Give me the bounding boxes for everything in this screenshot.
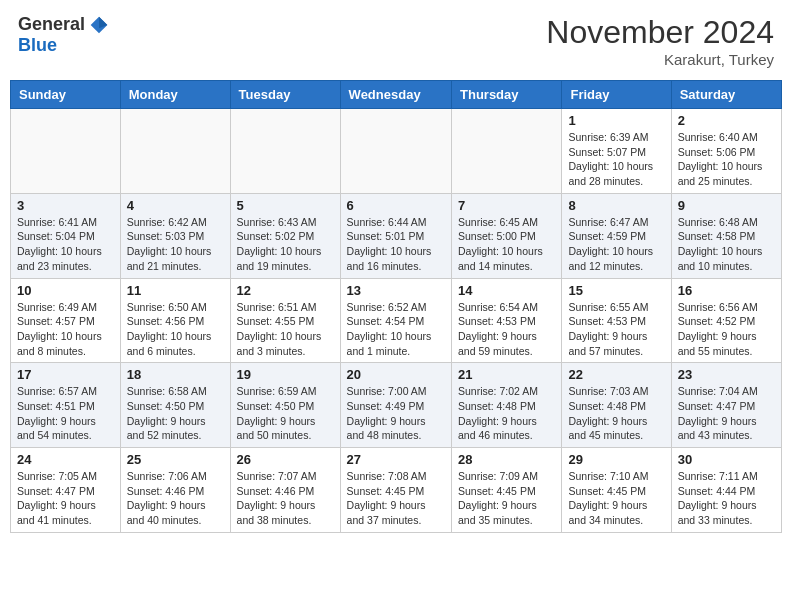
day-info: Sunrise: 7:11 AMSunset: 4:44 PMDaylight:… bbox=[678, 469, 775, 528]
day-header-monday: Monday bbox=[120, 81, 230, 109]
day-number: 1 bbox=[568, 113, 664, 128]
calendar-day-15: 15Sunrise: 6:55 AMSunset: 4:53 PMDayligh… bbox=[562, 278, 671, 363]
day-info: Sunrise: 6:48 AMSunset: 4:58 PMDaylight:… bbox=[678, 215, 775, 274]
day-number: 24 bbox=[17, 452, 114, 467]
empty-day bbox=[340, 109, 451, 194]
day-header-friday: Friday bbox=[562, 81, 671, 109]
day-number: 16 bbox=[678, 283, 775, 298]
day-number: 26 bbox=[237, 452, 334, 467]
day-info: Sunrise: 7:09 AMSunset: 4:45 PMDaylight:… bbox=[458, 469, 555, 528]
empty-day bbox=[120, 109, 230, 194]
day-number: 2 bbox=[678, 113, 775, 128]
logo-general-text: General bbox=[18, 14, 85, 35]
day-info: Sunrise: 7:10 AMSunset: 4:45 PMDaylight:… bbox=[568, 469, 664, 528]
calendar-day-6: 6Sunrise: 6:44 AMSunset: 5:01 PMDaylight… bbox=[340, 193, 451, 278]
day-info: Sunrise: 7:04 AMSunset: 4:47 PMDaylight:… bbox=[678, 384, 775, 443]
day-number: 27 bbox=[347, 452, 445, 467]
day-info: Sunrise: 6:40 AMSunset: 5:06 PMDaylight:… bbox=[678, 130, 775, 189]
calendar-day-10: 10Sunrise: 6:49 AMSunset: 4:57 PMDayligh… bbox=[11, 278, 121, 363]
day-info: Sunrise: 7:08 AMSunset: 4:45 PMDaylight:… bbox=[347, 469, 445, 528]
day-header-wednesday: Wednesday bbox=[340, 81, 451, 109]
calendar-day-17: 17Sunrise: 6:57 AMSunset: 4:51 PMDayligh… bbox=[11, 363, 121, 448]
day-info: Sunrise: 7:07 AMSunset: 4:46 PMDaylight:… bbox=[237, 469, 334, 528]
day-info: Sunrise: 6:45 AMSunset: 5:00 PMDaylight:… bbox=[458, 215, 555, 274]
calendar-day-28: 28Sunrise: 7:09 AMSunset: 4:45 PMDayligh… bbox=[452, 448, 562, 533]
day-info: Sunrise: 6:59 AMSunset: 4:50 PMDaylight:… bbox=[237, 384, 334, 443]
calendar-day-27: 27Sunrise: 7:08 AMSunset: 4:45 PMDayligh… bbox=[340, 448, 451, 533]
day-number: 18 bbox=[127, 367, 224, 382]
day-header-sunday: Sunday bbox=[11, 81, 121, 109]
calendar-day-11: 11Sunrise: 6:50 AMSunset: 4:56 PMDayligh… bbox=[120, 278, 230, 363]
calendar-day-2: 2Sunrise: 6:40 AMSunset: 5:06 PMDaylight… bbox=[671, 109, 781, 194]
day-info: Sunrise: 6:42 AMSunset: 5:03 PMDaylight:… bbox=[127, 215, 224, 274]
calendar-week-row: 3Sunrise: 6:41 AMSunset: 5:04 PMDaylight… bbox=[11, 193, 782, 278]
day-number: 11 bbox=[127, 283, 224, 298]
calendar-week-row: 24Sunrise: 7:05 AMSunset: 4:47 PMDayligh… bbox=[11, 448, 782, 533]
day-number: 15 bbox=[568, 283, 664, 298]
day-number: 5 bbox=[237, 198, 334, 213]
day-number: 10 bbox=[17, 283, 114, 298]
calendar-day-29: 29Sunrise: 7:10 AMSunset: 4:45 PMDayligh… bbox=[562, 448, 671, 533]
calendar-day-21: 21Sunrise: 7:02 AMSunset: 4:48 PMDayligh… bbox=[452, 363, 562, 448]
calendar-day-14: 14Sunrise: 6:54 AMSunset: 4:53 PMDayligh… bbox=[452, 278, 562, 363]
day-number: 14 bbox=[458, 283, 555, 298]
day-header-tuesday: Tuesday bbox=[230, 81, 340, 109]
page-header: General Blue November 2024 Karakurt, Tur… bbox=[10, 10, 782, 72]
day-info: Sunrise: 7:06 AMSunset: 4:46 PMDaylight:… bbox=[127, 469, 224, 528]
day-number: 4 bbox=[127, 198, 224, 213]
day-info: Sunrise: 6:44 AMSunset: 5:01 PMDaylight:… bbox=[347, 215, 445, 274]
day-info: Sunrise: 6:39 AMSunset: 5:07 PMDaylight:… bbox=[568, 130, 664, 189]
day-info: Sunrise: 6:58 AMSunset: 4:50 PMDaylight:… bbox=[127, 384, 224, 443]
day-number: 22 bbox=[568, 367, 664, 382]
location: Karakurt, Turkey bbox=[546, 51, 774, 68]
calendar-day-18: 18Sunrise: 6:58 AMSunset: 4:50 PMDayligh… bbox=[120, 363, 230, 448]
day-info: Sunrise: 6:57 AMSunset: 4:51 PMDaylight:… bbox=[17, 384, 114, 443]
month-title: November 2024 bbox=[546, 14, 774, 51]
day-info: Sunrise: 7:02 AMSunset: 4:48 PMDaylight:… bbox=[458, 384, 555, 443]
day-info: Sunrise: 6:55 AMSunset: 4:53 PMDaylight:… bbox=[568, 300, 664, 359]
day-info: Sunrise: 6:47 AMSunset: 4:59 PMDaylight:… bbox=[568, 215, 664, 274]
day-number: 25 bbox=[127, 452, 224, 467]
day-header-thursday: Thursday bbox=[452, 81, 562, 109]
day-info: Sunrise: 6:54 AMSunset: 4:53 PMDaylight:… bbox=[458, 300, 555, 359]
day-info: Sunrise: 6:43 AMSunset: 5:02 PMDaylight:… bbox=[237, 215, 334, 274]
calendar-day-22: 22Sunrise: 7:03 AMSunset: 4:48 PMDayligh… bbox=[562, 363, 671, 448]
day-number: 30 bbox=[678, 452, 775, 467]
day-info: Sunrise: 6:50 AMSunset: 4:56 PMDaylight:… bbox=[127, 300, 224, 359]
day-info: Sunrise: 6:52 AMSunset: 4:54 PMDaylight:… bbox=[347, 300, 445, 359]
calendar-day-16: 16Sunrise: 6:56 AMSunset: 4:52 PMDayligh… bbox=[671, 278, 781, 363]
calendar-day-26: 26Sunrise: 7:07 AMSunset: 4:46 PMDayligh… bbox=[230, 448, 340, 533]
calendar-day-7: 7Sunrise: 6:45 AMSunset: 5:00 PMDaylight… bbox=[452, 193, 562, 278]
empty-day bbox=[452, 109, 562, 194]
empty-day bbox=[230, 109, 340, 194]
calendar-week-row: 17Sunrise: 6:57 AMSunset: 4:51 PMDayligh… bbox=[11, 363, 782, 448]
day-number: 3 bbox=[17, 198, 114, 213]
day-number: 7 bbox=[458, 198, 555, 213]
day-info: Sunrise: 7:05 AMSunset: 4:47 PMDaylight:… bbox=[17, 469, 114, 528]
logo-icon bbox=[89, 15, 109, 35]
calendar-header-row: SundayMondayTuesdayWednesdayThursdayFrid… bbox=[11, 81, 782, 109]
day-number: 12 bbox=[237, 283, 334, 298]
day-number: 9 bbox=[678, 198, 775, 213]
calendar-table: SundayMondayTuesdayWednesdayThursdayFrid… bbox=[10, 80, 782, 533]
calendar-day-1: 1Sunrise: 6:39 AMSunset: 5:07 PMDaylight… bbox=[562, 109, 671, 194]
calendar-day-30: 30Sunrise: 7:11 AMSunset: 4:44 PMDayligh… bbox=[671, 448, 781, 533]
day-number: 23 bbox=[678, 367, 775, 382]
day-info: Sunrise: 6:49 AMSunset: 4:57 PMDaylight:… bbox=[17, 300, 114, 359]
calendar-day-12: 12Sunrise: 6:51 AMSunset: 4:55 PMDayligh… bbox=[230, 278, 340, 363]
calendar-week-row: 10Sunrise: 6:49 AMSunset: 4:57 PMDayligh… bbox=[11, 278, 782, 363]
day-number: 13 bbox=[347, 283, 445, 298]
day-info: Sunrise: 6:51 AMSunset: 4:55 PMDaylight:… bbox=[237, 300, 334, 359]
calendar-week-row: 1Sunrise: 6:39 AMSunset: 5:07 PMDaylight… bbox=[11, 109, 782, 194]
calendar-day-3: 3Sunrise: 6:41 AMSunset: 5:04 PMDaylight… bbox=[11, 193, 121, 278]
logo-blue-text: Blue bbox=[18, 35, 57, 56]
calendar-day-19: 19Sunrise: 6:59 AMSunset: 4:50 PMDayligh… bbox=[230, 363, 340, 448]
day-info: Sunrise: 7:03 AMSunset: 4:48 PMDaylight:… bbox=[568, 384, 664, 443]
calendar-day-9: 9Sunrise: 6:48 AMSunset: 4:58 PMDaylight… bbox=[671, 193, 781, 278]
day-number: 6 bbox=[347, 198, 445, 213]
calendar-day-8: 8Sunrise: 6:47 AMSunset: 4:59 PMDaylight… bbox=[562, 193, 671, 278]
calendar-day-23: 23Sunrise: 7:04 AMSunset: 4:47 PMDayligh… bbox=[671, 363, 781, 448]
calendar-day-25: 25Sunrise: 7:06 AMSunset: 4:46 PMDayligh… bbox=[120, 448, 230, 533]
day-header-saturday: Saturday bbox=[671, 81, 781, 109]
calendar-day-13: 13Sunrise: 6:52 AMSunset: 4:54 PMDayligh… bbox=[340, 278, 451, 363]
